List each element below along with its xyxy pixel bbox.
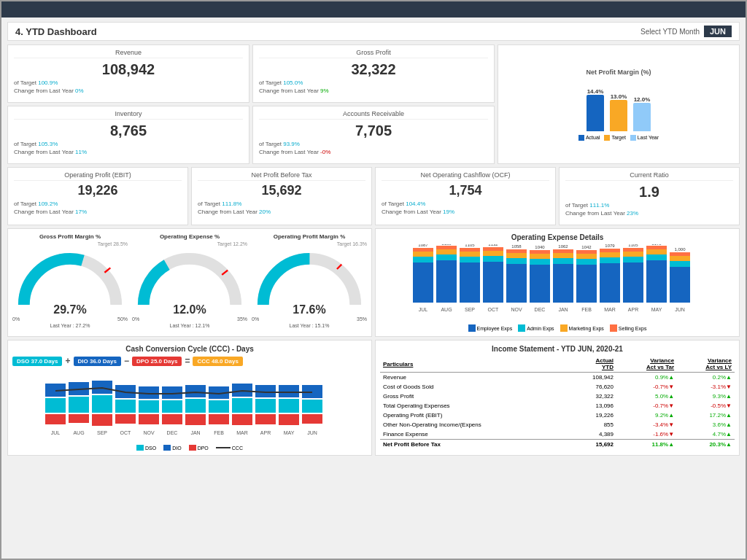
svg-rect-78 xyxy=(115,400,136,413)
svg-rect-75 xyxy=(45,398,66,413)
svg-text:OCT: OCT xyxy=(488,307,500,312)
svg-rect-44 xyxy=(600,257,620,263)
kpi-npbt-value: 15,692 xyxy=(198,183,365,199)
gauge-opex: Operating Expense % Target 12.2% 12.0% 0… xyxy=(132,233,247,328)
svg-rect-103 xyxy=(139,414,159,424)
income-card: Income Statement - YTD JUN, 2020-21 Part… xyxy=(375,340,740,456)
svg-rect-56 xyxy=(646,246,667,249)
top-bar xyxy=(1,1,746,18)
svg-rect-76 xyxy=(69,397,89,413)
kpi-revenue: Revenue 108,942 of Target 100.9% Change … xyxy=(7,44,249,103)
income-row-name: Other Non-Operating Income/(Expens xyxy=(380,420,568,429)
svg-rect-14 xyxy=(460,257,480,262)
svg-rect-106 xyxy=(209,414,229,424)
svg-rect-108 xyxy=(255,414,276,424)
income-row-name: Gross Profit xyxy=(380,392,568,401)
svg-rect-81 xyxy=(185,399,206,413)
income-row-var-ly: -0.5%▼ xyxy=(677,401,735,411)
income-row: Revenue108,9420.9%▲0.2%▲ xyxy=(380,373,735,383)
svg-rect-80 xyxy=(162,400,182,413)
svg-rect-25 xyxy=(506,253,527,258)
kpi-ebit: Operating Profit (EBIT) 19,226 of Target… xyxy=(7,167,188,225)
opex-details-card: Operating Expense Details 1087 1188 xyxy=(375,228,740,337)
ccc-chart-svg: JUL AUG SEP OCT NOV DEC JAN FEB MAR APR … xyxy=(12,369,367,442)
kpi-revenue-change: Change from Last Year 0% xyxy=(14,88,243,94)
svg-text:1132: 1132 xyxy=(488,244,498,246)
income-row-var-ly: 4.7%▲ xyxy=(677,429,735,440)
th-particulars: Particulars xyxy=(380,356,568,373)
kpi-gross-profit: Gross Profit 32,322 of Target 105.0% Cha… xyxy=(252,44,495,103)
svg-rect-18 xyxy=(483,262,503,303)
th-var-ly: VarianceAct vs LY xyxy=(677,356,735,373)
th-actual: ActualYTD xyxy=(568,356,616,373)
svg-text:JUN: JUN xyxy=(307,430,317,435)
pill-ccc: CCC 48.0 Days xyxy=(193,357,242,366)
svg-text:JUL: JUL xyxy=(51,430,61,435)
npm-chart-card: Net Profit Margin (%) 14.4% 13.0% 12.0% xyxy=(498,44,740,164)
income-row-var-ly: 20.3%▲ xyxy=(677,440,735,450)
svg-rect-83 xyxy=(232,398,252,413)
npm-bar-lastyear: 12.0% xyxy=(633,96,651,131)
kpi-inventory: Inventory 8,765 of Target 105.3% Change … xyxy=(7,106,249,164)
svg-text:1105: 1105 xyxy=(628,244,638,247)
income-row-var-tar: -3.4%▼ xyxy=(616,420,677,429)
svg-text:SEP: SEP xyxy=(97,430,107,435)
svg-rect-23 xyxy=(506,264,527,303)
income-row: Net Profit Before Tax15,69211.8%▲20.3%▲ xyxy=(380,440,735,450)
th-var-tar: VarianceAct vs Tar xyxy=(616,356,677,373)
svg-rect-60 xyxy=(670,256,690,261)
ccc-legend: DSO DIO DPO CCC xyxy=(12,445,367,451)
dashboard-wrapper: 4. YTD Dashboard Select YTD Month JUN Re… xyxy=(0,0,747,560)
svg-text:APR: APR xyxy=(260,430,271,435)
svg-rect-82 xyxy=(209,400,229,413)
svg-rect-99 xyxy=(45,414,66,424)
npm-bars: 14.4% 13.0% 12.0% xyxy=(587,80,651,131)
svg-rect-26 xyxy=(506,249,527,253)
income-row-name: Total Operating Expenses xyxy=(380,401,568,411)
svg-text:DEC: DEC xyxy=(535,307,546,312)
svg-text:FEB: FEB xyxy=(214,430,224,435)
dashboard-title: 4. YTD Dashboard xyxy=(15,26,97,37)
svg-rect-45 xyxy=(600,252,620,257)
ytd-value[interactable]: JUN xyxy=(704,26,732,37)
income-row: Finance Expense4,389-1.6%▼4.7%▲ xyxy=(380,429,735,440)
svg-rect-79 xyxy=(139,400,159,413)
income-row-name: Revenue xyxy=(380,373,568,383)
svg-rect-61 xyxy=(670,252,690,256)
svg-rect-109 xyxy=(279,414,299,425)
gauge-gross: Gross Profit Margin % Target 28.5% 29.7%… xyxy=(12,233,128,328)
svg-rect-86 xyxy=(302,400,322,413)
svg-text:1087: 1087 xyxy=(418,244,428,247)
kpi-accounts-receivable: Accounts Receivable 7,705 of Target 93.9… xyxy=(252,106,495,164)
kpi-revenue-title: Revenue xyxy=(14,49,243,58)
ccc-card: Cash Conversion Cycle (CCC) - Days DSO 3… xyxy=(7,340,372,456)
svg-rect-59 xyxy=(670,261,690,267)
income-row-actual: 855 xyxy=(568,420,616,429)
income-row: Operating Profit (EBIT)19,2269.2%▲17.2%▲ xyxy=(380,411,735,420)
kpi-ocf-title: Net Operating Cashflow (OCF) xyxy=(382,171,549,181)
svg-rect-33 xyxy=(553,264,573,303)
income-row-var-ly: 3.6%▲ xyxy=(677,420,735,429)
ytd-selector: Select YTD Month JUN xyxy=(640,26,732,37)
income-row-var-tar: 9.2%▲ xyxy=(616,411,677,420)
svg-rect-31 xyxy=(530,250,550,254)
gauge-opm: Operating Profit Margin % Target 16.3% 1… xyxy=(252,233,367,328)
income-row-var-tar: -0.7%▼ xyxy=(616,401,677,411)
svg-rect-49 xyxy=(623,257,643,262)
pill-dio: DIO 36.0 Days xyxy=(74,357,121,366)
kpi-ebit-value: 19,226 xyxy=(14,183,182,199)
ccc-pills: DSO 37.0 Days + DIO 36.0 Days − DPO 25.0… xyxy=(12,356,367,366)
svg-rect-34 xyxy=(553,258,573,264)
kpi-inv-value: 8,765 xyxy=(14,122,243,139)
svg-rect-39 xyxy=(576,259,597,265)
income-row-actual: 19,226 xyxy=(568,411,616,420)
kpi-gross-title: Gross Profit xyxy=(259,49,488,58)
ccc-title: Cash Conversion Cycle (CCC) - Days xyxy=(12,345,367,353)
svg-text:1042: 1042 xyxy=(581,245,592,249)
svg-rect-20 xyxy=(483,251,503,256)
svg-text:NOV: NOV xyxy=(511,307,522,312)
kpi-cr-title: Current Ratio xyxy=(565,171,733,181)
npm-legend-lastyear: Last Year xyxy=(630,135,659,141)
svg-rect-55 xyxy=(646,249,667,254)
svg-rect-97 xyxy=(279,385,299,397)
